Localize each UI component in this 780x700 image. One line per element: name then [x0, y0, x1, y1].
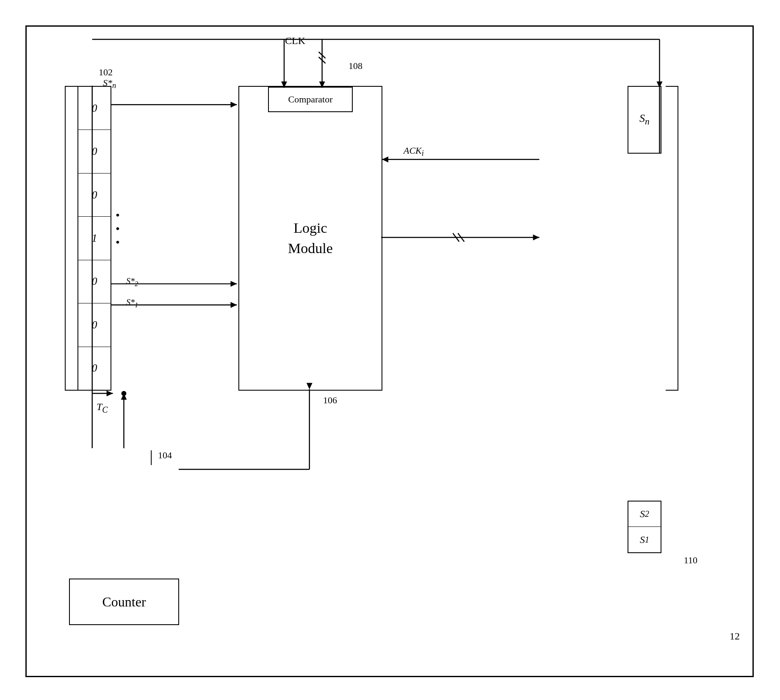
sstar-n-label: S*n — [103, 77, 116, 90]
left-register: 0 0 0 1 0 0 0 — [77, 86, 111, 391]
s1-cell: S1 — [628, 527, 661, 552]
counter-label: Counter — [102, 594, 146, 610]
ack-label: ACKi — [404, 145, 424, 158]
svg-marker-30 — [121, 394, 127, 400]
right-bracket — [666, 86, 678, 391]
dots-label: ••• — [116, 209, 120, 249]
svg-marker-13 — [107, 391, 113, 397]
tc-label: TC — [97, 401, 108, 415]
svg-point-27 — [121, 391, 126, 396]
sn-label: Sn — [639, 112, 650, 127]
svg-marker-10 — [230, 102, 237, 107]
ref-108: 108 — [349, 61, 362, 72]
svg-line-4 — [319, 52, 326, 58]
sstar-2-label: S*2 — [126, 276, 138, 288]
ref-110: 110 — [684, 555, 697, 566]
clk-label: CLK — [285, 35, 305, 47]
ref-106: 106 — [323, 395, 337, 406]
register-cell-6: 0 — [78, 347, 111, 390]
left-bracket — [65, 86, 77, 391]
label-12: 12 — [730, 631, 740, 642]
comparator-box: Comparator — [268, 87, 353, 112]
comparator-label: Comparator — [288, 94, 332, 105]
ref-102: 102 — [99, 67, 113, 78]
svg-line-5 — [319, 57, 326, 63]
svg-line-21 — [458, 233, 464, 242]
svg-line-20 — [453, 233, 459, 242]
right-register-top: Sn — [628, 86, 661, 154]
logic-module-box: Comparator LogicModule — [238, 86, 382, 391]
svg-marker-15 — [230, 281, 237, 287]
svg-marker-17 — [230, 302, 237, 308]
register-cell-5: 0 — [78, 303, 111, 347]
svg-marker-19 — [533, 234, 539, 240]
register-cell-4: 0 — [78, 260, 111, 303]
outer-box: 0 0 0 1 0 0 0 Comparator LogicModule Sn … — [25, 25, 754, 677]
ref-104: 104 — [158, 450, 172, 461]
svg-marker-23 — [382, 157, 388, 163]
sstar-1-label: S*1 — [126, 298, 138, 309]
s2-cell: S2 — [628, 502, 661, 527]
register-cell-3: 1 — [78, 217, 111, 260]
logic-module-text: LogicModule — [288, 218, 333, 258]
register-cell-1: 0 — [78, 130, 111, 173]
right-register-bottom: S2 S1 — [628, 501, 661, 553]
register-cell-2: 0 — [78, 174, 111, 217]
counter-box: Counter — [69, 579, 179, 625]
register-cell-0: 0 — [78, 87, 111, 130]
